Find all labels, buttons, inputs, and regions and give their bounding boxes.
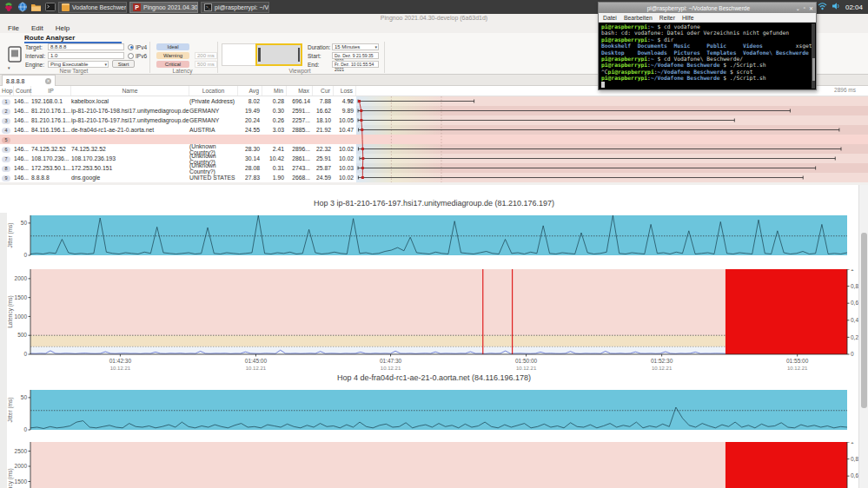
terminal-content[interactable]: pi@raspberrypi:~ $ cd vodafonebash: cd: …: [599, 23, 816, 89]
viewport-handle-right[interactable]: [298, 48, 301, 62]
svg-text:1500: 1500: [15, 478, 28, 485]
tab-target-8888[interactable]: 8.8.8.8 ✕: [2, 75, 56, 86]
cell-name: ip-81-210-176-197.hsi17.unitymediagroup.…: [71, 117, 189, 123]
hop-number-badge: 2: [2, 109, 10, 115]
chart-hop4-latency: 0500100015002000250000,20,40,60,8101:42:…: [0, 442, 868, 488]
hops-table: HopCountIPNameLocationAvgMinMaxCurLoss %…: [0, 86, 868, 182]
terminal-menu-hilfe[interactable]: Hilfe: [682, 15, 694, 21]
cell-min: 0.28: [262, 98, 287, 104]
critical-threshold-input[interactable]: 500 ms: [195, 61, 217, 68]
terminal-menu-datei[interactable]: Datei: [603, 15, 617, 21]
folder-icon: [62, 3, 70, 11]
terminal-titlebar[interactable]: pi@raspberrypi: ~/Vodafone Beschwerde ⌄ …: [599, 3, 816, 13]
ipv4-radio[interactable]: [128, 44, 134, 50]
file-manager-icon[interactable]: [30, 2, 42, 13]
wifi-icon[interactable]: [818, 2, 827, 12]
terminal-scrollbar[interactable]: [812, 23, 815, 89]
svg-text:01:45:00: 01:45:00: [245, 358, 268, 364]
pingnoo-icon: P: [133, 3, 141, 11]
menubar: File Edit Help: [0, 23, 70, 33]
menu-help[interactable]: Help: [56, 24, 70, 32]
cell-cur: 16.62: [313, 108, 334, 114]
ideal-pill[interactable]: Ideal: [156, 43, 189, 51]
svg-text:1000: 1000: [15, 313, 28, 320]
cell-name: de-fra04d-rc1-ae-21-0.aorta.net: [71, 127, 189, 133]
close-icon[interactable]: ✕: [45, 78, 51, 84]
column-header-max: Max: [287, 86, 313, 96]
viewport-start-input[interactable]: Do. Dez. 9 21:59:35 2021: [332, 52, 379, 59]
browser-icon[interactable]: [17, 2, 28, 13]
terminal-menu-bearbeiten[interactable]: Bearbeiten: [624, 15, 653, 21]
terminal-line: pi@raspberrypi:~/Vodafone Beschwerde $ .…: [601, 75, 813, 81]
charts-scrollbar[interactable]: [858, 185, 868, 488]
table-row-hop-6[interactable]: 6146...74.125.32.5274.125.32.52(Unknown …: [0, 144, 868, 154]
close-icon[interactable]: ✕: [809, 5, 813, 11]
cell-min: 0.31: [262, 165, 287, 171]
cell-latency-range-graph: [356, 163, 868, 173]
column-header-hop: Hop: [0, 86, 14, 96]
svg-text:2500: 2500: [15, 448, 28, 454]
terminal-line: Desktop Downloads Pictures Templates Vod…: [601, 49, 813, 56]
terminal-menu-reiter[interactable]: Reiter: [659, 15, 675, 21]
ribbon-separator: [217, 42, 218, 73]
tab-label: 8.8.8.8: [6, 78, 24, 84]
terminal-cursor: [601, 82, 605, 88]
warning-pill[interactable]: Warning: [156, 52, 189, 60]
viewport-end-input[interactable]: Fr. Dez. 10 01:55:54 2021: [332, 61, 379, 68]
hops-table-body: 1146...192.168.0.1kabelbox.local(Private…: [0, 96, 868, 182]
taskbar-window-pingnoo[interactable]: P Pingnoo 2021.04.30-...: [129, 2, 198, 13]
cell-cur: 25.87: [313, 165, 334, 171]
terminal-line: pi@raspberrypi:~/Vodafone Beschwerde $ .…: [601, 62, 813, 68]
menu-edit[interactable]: Edit: [31, 24, 43, 32]
chevron-down-icon[interactable]: ▾: [8, 65, 10, 70]
volume-icon[interactable]: [832, 2, 841, 12]
ipv6-radio[interactable]: [128, 53, 134, 59]
terminal-line: ^Cpi@raspberrypi:~/Vodafone Beschwerde $…: [601, 69, 813, 75]
cell-cur: 22.32: [313, 146, 334, 152]
cell-loss: 10.02: [334, 146, 356, 152]
terminal-launcher-icon[interactable]: [44, 2, 56, 13]
cell-avg: 30.14: [238, 155, 262, 162]
engine-select[interactable]: Ping Executable: [48, 61, 109, 68]
maximize-icon[interactable]: ▫: [804, 5, 805, 11]
svg-text:0,4: 0,4: [851, 317, 858, 323]
taskbar-window-terminal[interactable]: >_ pi@raspberrypi: ~/Vo...: [201, 2, 269, 13]
critical-pill[interactable]: Critical: [156, 61, 189, 69]
table-row-hop-4[interactable]: 4146...84.116.196.1...de-fra04d-rc1-ae-2…: [0, 125, 868, 135]
table-row-hop-2[interactable]: 2146...81.210.176.1...ip-81-210-176-198.…: [0, 106, 868, 115]
cell-loss: 10.05: [334, 117, 356, 123]
shade-icon[interactable]: ⌄: [796, 5, 800, 11]
cell-cur: 21.92: [313, 127, 334, 133]
duration-select[interactable]: 15 Minutes: [332, 43, 379, 50]
hop-number-badge: 5: [2, 137, 10, 143]
svg-text:01:52:30: 01:52:30: [651, 358, 673, 364]
svg-text:Latency (ms): Latency (ms): [7, 468, 14, 488]
target-input[interactable]: 8.8.8.8: [48, 43, 124, 50]
column-header-min: Min: [262, 86, 287, 96]
table-row-hop-9[interactable]: 9146...8.8.8.8dns.googleUNITED STATES27.…: [0, 173, 868, 182]
column-header-name: Name: [71, 86, 189, 96]
scrollbar-thumb[interactable]: [861, 233, 867, 408]
table-row-hop-1[interactable]: 1146...192.168.0.1kabelbox.local(Private…: [0, 96, 868, 106]
taskbar-window-file-manager[interactable]: Vodafone Beschwerd...: [58, 2, 127, 13]
terminal-line: pi@raspberrypi:~ $ dir: [601, 36, 813, 43]
table-row-hop-7[interactable]: 7146...108.170.236...108.170.236.193(Unk…: [0, 154, 868, 163]
warning-threshold-input[interactable]: 200 ms: [195, 52, 217, 59]
viewport-end-label: End:: [308, 62, 319, 68]
start-button[interactable]: Start: [112, 60, 135, 68]
table-row-hop-3[interactable]: 3146...81.210.176.1...ip-81-210-176-197.…: [0, 115, 868, 125]
svg-text:0,8: 0,8: [851, 456, 858, 462]
cell-ip: 192.168.0.1: [31, 98, 71, 104]
table-row-hop-8[interactable]: 8146...172.253.50.1...172.253.50.151(Unk…: [0, 163, 868, 173]
table-row-hop-5[interactable]: 5: [0, 135, 868, 144]
taskbar-window-label: Pingnoo 2021.04.30-...: [143, 4, 198, 10]
raspberry-menu-icon[interactable]: [3, 2, 14, 13]
viewport-selection[interactable]: [255, 43, 302, 66]
svg-text:2000: 2000: [15, 463, 28, 469]
taskbar-window-label: pi@raspberrypi: ~/Vo...: [215, 4, 269, 10]
viewport-start-label: Start:: [308, 53, 321, 59]
menu-file[interactable]: File: [8, 24, 19, 32]
tab-route-analyser[interactable]: Route Analyser: [24, 34, 75, 42]
interval-input[interactable]: 1.0: [48, 52, 124, 59]
viewport-handle-left[interactable]: [258, 48, 261, 62]
